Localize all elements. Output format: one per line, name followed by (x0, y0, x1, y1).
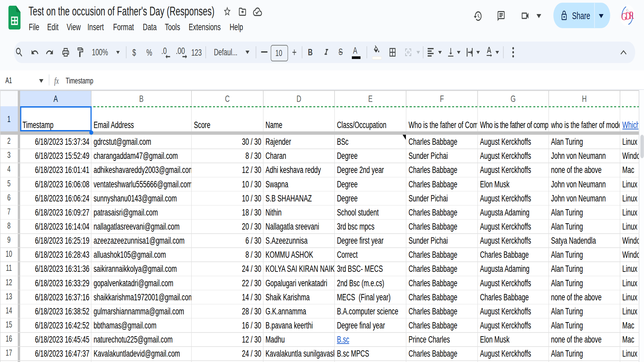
svg-text:R: R (629, 9, 634, 21)
svg-text:G: G (626, 8, 629, 12)
